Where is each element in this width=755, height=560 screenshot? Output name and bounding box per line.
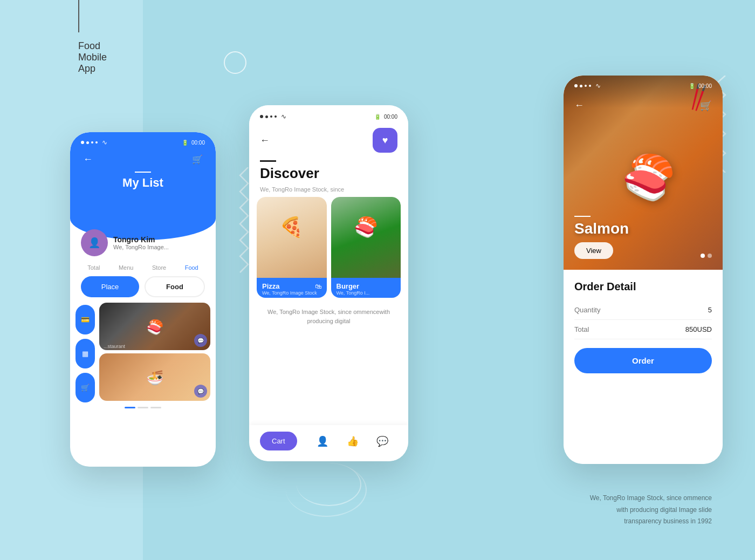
- p2-back-arrow[interactable]: ←: [260, 135, 270, 146]
- pizza-bag-icon: 🛍: [315, 283, 321, 290]
- p3-signal: ∿: [574, 82, 601, 90]
- tab-store[interactable]: Store: [152, 264, 166, 271]
- tab-food[interactable]: Food: [185, 264, 198, 271]
- action-buttons: Place Food: [70, 276, 216, 303]
- decorative-line: [78, 0, 79, 32]
- grid-item-burger[interactable]: Burger We, TongRo I...: [331, 197, 401, 298]
- p3-wifi-icon: ∿: [595, 82, 601, 90]
- tab-menu[interactable]: Menu: [119, 264, 134, 271]
- barcode-icon-btn[interactable]: ▦: [76, 339, 95, 368]
- p2-time: 00:00: [384, 114, 397, 120]
- p2-subtitle: We, TongRo Image Stock, since: [249, 184, 408, 197]
- food-cards-list: 🍣 ...staurant 💬 🍜 💬: [99, 303, 210, 402]
- burger-label: Burger We, TongRo I...: [331, 278, 401, 298]
- heart-button[interactable]: ♥: [373, 128, 397, 153]
- total-value: 850USD: [685, 325, 712, 333]
- deco-circle: [224, 51, 246, 74]
- phone1-statusbar: ∿ 🔋 00:00: [81, 132, 205, 149]
- p2-dot1: [260, 115, 263, 118]
- tab-total[interactable]: Total: [87, 264, 100, 271]
- pizza-label: Pizza 🛍 We, TongRo Image Stock: [257, 278, 327, 298]
- scroll-dot-1: [125, 407, 135, 408]
- p2-signal: ∿: [260, 113, 286, 120]
- p3-dot4: [589, 85, 591, 87]
- p2-title-underline: [260, 160, 276, 162]
- side-icons: 💳 ▦ 🛒: [76, 303, 95, 402]
- comment-icon-1[interactable]: 💬: [194, 334, 207, 347]
- title-underline: [135, 172, 151, 173]
- total-label: Total: [574, 325, 589, 333]
- p3-battery-icon: 🔋: [689, 83, 695, 89]
- phone1-nav: ← 🛒: [81, 149, 205, 169]
- quantity-row: Quantity 5: [574, 301, 712, 320]
- barcode-icon: ▦: [82, 350, 88, 358]
- phone2-bottom-nav: Cart 👤 👍 💬: [249, 425, 408, 461]
- slider-dot-2: [708, 254, 712, 258]
- p2-description: We, TongRo Image Stock, since ommencewit…: [249, 302, 408, 331]
- brand-title: Food Mobile App: [78, 40, 107, 74]
- place-button[interactable]: Place: [81, 276, 139, 297]
- salmon-title: Salmon: [574, 220, 629, 237]
- p3-back-arrow[interactable]: ←: [574, 100, 584, 111]
- signal-dots: ∿: [81, 139, 107, 146]
- grid-item-pizza[interactable]: Pizza 🛍 We, TongRo Image Stock: [257, 197, 327, 298]
- footer-line3: transparency business in 1992: [590, 516, 712, 528]
- phone2-title-area: Discover: [249, 156, 408, 184]
- p3-cart-icon[interactable]: 🛒: [700, 100, 712, 112]
- order-detail: Order Detail Quantity 5 Total 850USD Ord…: [564, 270, 723, 464]
- phone1-title-area: My List: [81, 169, 205, 190]
- footer-text: We, TongRo Image Stock, since ommence wi…: [590, 493, 712, 528]
- food-grid: Pizza 🛍 We, TongRo Image Stock Burger We…: [249, 197, 408, 302]
- scroll-indicator: [70, 402, 216, 413]
- brand-line3: App: [78, 63, 107, 74]
- p3-dot1: [574, 84, 578, 87]
- p3-time: 00:00: [698, 83, 712, 89]
- p3-battery-time: 🔋 00:00: [689, 83, 712, 89]
- footer-line1: We, TongRo Image Stock, since ommence: [590, 493, 712, 504]
- bottom-nav-icons: 👤 👍 💬: [308, 435, 397, 447]
- phone1-header: ∿ 🔋 00:00 ← 🛒 My List 👤 Tongro Kim We, T…: [70, 132, 216, 240]
- phone2-statusbar: ∿ 🔋 00:00: [249, 105, 408, 125]
- food-card-1[interactable]: 🍣 ...staurant 💬: [99, 303, 210, 350]
- food-card-2[interactable]: 🍜 💬: [99, 353, 210, 401]
- credit-card-icon-btn[interactable]: 💳: [76, 305, 95, 334]
- food-button[interactable]: Food: [145, 276, 205, 297]
- time-display: 00:00: [191, 140, 205, 146]
- quantity-label: Quantity: [574, 306, 600, 314]
- p2-battery-icon: 🔋: [374, 114, 381, 120]
- p2-battery-time: 🔋 00:00: [374, 114, 397, 120]
- pizza-sub: We, TongRo Image Stock: [262, 290, 321, 296]
- burger-image: [331, 197, 401, 278]
- chat-icon[interactable]: 💬: [376, 435, 388, 447]
- slider-dots: [701, 254, 712, 258]
- comment-icon-2[interactable]: 💬: [194, 385, 207, 398]
- battery-icon: 🔋: [182, 140, 188, 146]
- credit-card-icon: 💳: [81, 316, 90, 324]
- p2-dot4: [274, 115, 277, 118]
- thumbs-up-icon[interactable]: 👍: [347, 435, 359, 447]
- pizza-label-row: Pizza 🛍: [262, 282, 321, 290]
- p2-desc-text: We, TongRo Image Stock, since ommencewit…: [267, 309, 390, 324]
- burger-sub: We, TongRo I...: [337, 290, 396, 296]
- profile-icon[interactable]: 👤: [317, 435, 328, 447]
- cart-button[interactable]: Cart: [260, 432, 297, 450]
- user-row: 👤 Tongro Kim We, TongRo Image...: [70, 222, 216, 256]
- phone3-statusbar: ∿ 🔋 00:00: [564, 76, 723, 96]
- pizza-image: [257, 197, 327, 278]
- view-button[interactable]: View: [574, 242, 613, 259]
- cart-icon[interactable]: 🛒: [192, 154, 203, 165]
- signal-dot3: [91, 141, 93, 144]
- food-label-text: ...staurant: [104, 344, 125, 349]
- burger-label-row: Burger: [337, 282, 396, 290]
- basket-icon-btn[interactable]: 🛒: [76, 373, 95, 402]
- user-avatar: 👤: [81, 229, 108, 256]
- phone3-order: 🥢 🍣 ∿ 🔋 00:00 ← 🛒 Salmon View: [564, 76, 723, 464]
- p2-dot2: [265, 115, 268, 118]
- scroll-dot-3: [150, 407, 161, 408]
- salmon-food-image: 🍣: [622, 152, 676, 203]
- order-button[interactable]: Order: [574, 348, 712, 373]
- p2-wifi-icon: ∿: [281, 113, 286, 120]
- phone1-content: 💳 ▦ 🛒 🍣 ...staurant 💬 🍜 💬: [70, 303, 216, 402]
- back-arrow-icon[interactable]: ←: [83, 154, 93, 165]
- battery-time: 🔋 00:00: [182, 140, 205, 146]
